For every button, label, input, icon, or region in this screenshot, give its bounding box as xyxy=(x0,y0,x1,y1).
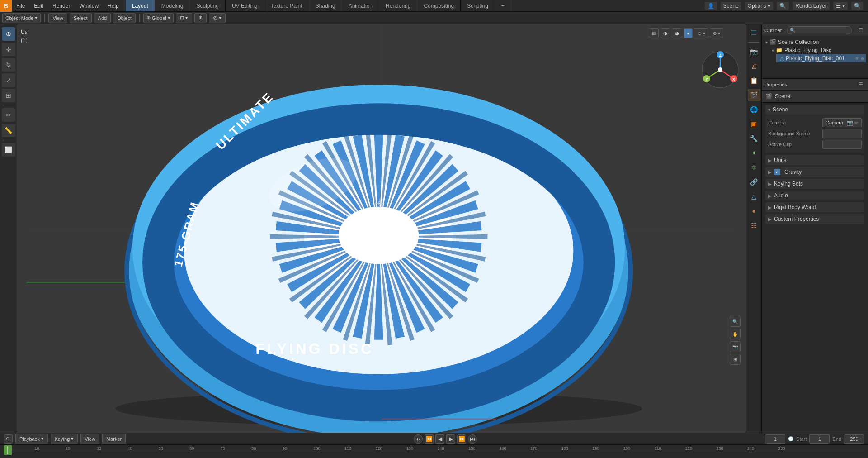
audio-section-header[interactable]: ▶ Audio xyxy=(765,191,864,200)
viewport-shading-material[interactable]: ◕ xyxy=(672,28,682,38)
tab-rendering[interactable]: Rendering xyxy=(379,0,417,11)
plastic-disc-mesh-item[interactable]: △ Plastic_Flying_Disc_001 👁 ⊕ xyxy=(776,54,866,62)
file-menu[interactable]: File xyxy=(12,0,29,11)
gravity-checkbox[interactable]: ✓ xyxy=(774,169,780,175)
output-prop-icon[interactable]: 🖨 xyxy=(748,60,760,72)
world-prop-icon[interactable]: 🌐 xyxy=(748,103,760,116)
camera-value[interactable]: Camera 📷 ✏ xyxy=(822,118,862,127)
timeline-type-icon[interactable]: ⏱ xyxy=(4,434,13,444)
viewport-shading-solid[interactable]: ◑ xyxy=(660,28,670,38)
navigation-gizmo[interactable]: Z X Y xyxy=(700,49,741,90)
keying-menu[interactable]: Keying ▾ xyxy=(51,434,78,444)
visibility-icon[interactable]: 👁 xyxy=(855,56,859,61)
add-menu[interactable]: Add xyxy=(94,13,111,23)
tab-uv-editing[interactable]: UV Editing xyxy=(226,0,264,11)
jump-start-btn[interactable]: ⏮ xyxy=(414,434,423,444)
hand-icon[interactable]: ✋ xyxy=(730,329,741,339)
play-btn[interactable]: ▶ xyxy=(446,434,455,444)
timeline-track[interactable]: 1 10 20 30 40 50 60 70 80 90 100 110 120… xyxy=(0,445,868,458)
scene-selector[interactable]: Scene xyxy=(721,2,741,10)
tab-shading[interactable]: Shading xyxy=(309,0,342,11)
outliner-filter-btn[interactable]: ☰ xyxy=(856,26,865,35)
add-cube-tool[interactable]: ⬜ xyxy=(2,143,15,157)
mode-selector[interactable]: Object Mode ▾ xyxy=(2,13,41,23)
object-menu[interactable]: Object xyxy=(113,13,136,23)
select-icon[interactable]: ⊕ xyxy=(861,56,864,61)
window-menu[interactable]: Window xyxy=(75,0,103,11)
viewport-shading-render[interactable]: ● xyxy=(684,28,693,38)
units-section-header[interactable]: ▶ Units xyxy=(765,155,864,165)
tab-layout[interactable]: Layout xyxy=(126,0,155,11)
search-button[interactable]: 🔍 xyxy=(777,2,789,10)
render-menu[interactable]: Render xyxy=(48,0,75,11)
material-prop-icon[interactable]: ● xyxy=(748,205,760,217)
scene-prop-icon[interactable]: 🎬 xyxy=(748,89,760,101)
measure-tool[interactable]: 📏 xyxy=(2,124,15,137)
view-menu-timeline[interactable]: View xyxy=(80,434,99,444)
tab-scripting[interactable]: Scripting xyxy=(461,0,495,11)
scene-section-header[interactable]: ▾ Scene xyxy=(765,105,864,114)
help-menu[interactable]: Help xyxy=(103,0,123,11)
particles-prop-icon[interactable]: ✦ xyxy=(748,147,760,159)
edit-menu[interactable]: Edit xyxy=(29,0,48,11)
viewport-overlays[interactable]: ☺ ▾ xyxy=(694,28,708,38)
constraint-prop-icon[interactable]: 🔗 xyxy=(748,176,760,188)
annotate-tool[interactable]: ✏ xyxy=(2,108,15,122)
properties-options-btn[interactable]: ☰ xyxy=(856,80,865,89)
object-prop-icon[interactable]: ▣ xyxy=(748,118,760,130)
plastic-disc-collection-item[interactable]: ▾ 📁 Plastic_Flying_Disc xyxy=(770,46,866,54)
render-layer-selector[interactable]: RenderLayer xyxy=(793,2,829,10)
custom-props-header[interactable]: ▶ Custom Properties xyxy=(765,214,864,224)
tab-sculpting[interactable]: Sculpting xyxy=(190,0,226,11)
jump-end-btn[interactable]: ⏭ xyxy=(468,434,477,444)
options-button[interactable]: Options ▾ xyxy=(745,2,774,10)
physics-prop-icon[interactable]: ⚛ xyxy=(748,161,760,174)
grid-icon[interactable]: ⊞ xyxy=(730,354,741,365)
select-menu[interactable]: Select xyxy=(70,13,92,23)
scale-tool[interactable]: ⤢ xyxy=(2,73,15,87)
prev-keyframe-btn[interactable]: ⏪ xyxy=(425,434,434,444)
outliner-icon[interactable]: ☰ xyxy=(748,27,760,39)
end-frame-input[interactable]: 250 xyxy=(844,434,864,444)
transform-pivot[interactable]: ⊡ ▾ xyxy=(176,13,192,23)
texture-prop-icon[interactable]: ☷ xyxy=(748,219,760,232)
current-frame-input[interactable]: 1 xyxy=(765,434,785,444)
proportional-edit[interactable]: ◎ ▾ xyxy=(209,13,226,23)
editor-type-btn[interactable]: ⊞ xyxy=(649,28,659,38)
move-tool[interactable]: ✛ xyxy=(2,43,15,56)
view-layer-prop-icon[interactable]: 📋 xyxy=(748,74,760,87)
blender-logo[interactable]: B xyxy=(0,0,12,12)
timeline-playhead[interactable] xyxy=(4,445,12,455)
active-clip-value[interactable] xyxy=(822,140,862,149)
tab-compositing[interactable]: Compositing xyxy=(417,0,461,11)
next-keyframe-btn[interactable]: ⏩ xyxy=(457,434,466,444)
search-icon-right[interactable]: 🔍 xyxy=(851,2,863,10)
scene-collection-item[interactable]: ▾ 🎬 Scene Collection xyxy=(764,38,866,46)
cursor-tool[interactable]: ⊕ xyxy=(2,27,15,41)
viewport[interactable]: User Perspective (1) Scene Collection | … xyxy=(17,24,746,433)
object-data-prop-icon[interactable]: △ xyxy=(748,190,760,203)
tab-animation[interactable]: Animation xyxy=(342,0,379,11)
viewport-gizmos[interactable]: ⊕ ▾ xyxy=(710,28,723,38)
modifier-prop-icon[interactable]: 🔧 xyxy=(748,132,760,145)
tab-add[interactable]: + xyxy=(495,0,511,11)
filter-button[interactable]: ☰ ▾ xyxy=(833,2,848,10)
rotate-tool[interactable]: ↻ xyxy=(2,58,15,72)
play-reverse-btn[interactable]: ◀ xyxy=(435,434,444,444)
transform-selector[interactable]: ⊕ Global ▾ xyxy=(143,13,174,23)
outliner-search[interactable]: 🔍 xyxy=(787,26,852,34)
keying-sets-section-header[interactable]: ▶ Keying Sets xyxy=(765,179,864,189)
marker-menu[interactable]: Marker xyxy=(102,434,126,444)
camera-icon[interactable]: 📷 xyxy=(730,341,741,352)
zoom-icon[interactable]: 🔍 xyxy=(730,316,741,327)
tab-texture-paint[interactable]: Texture Paint xyxy=(264,0,309,11)
rigid-body-world-header[interactable]: ▶ Rigid Body World xyxy=(765,202,864,212)
snap-toggle[interactable]: ⊕ xyxy=(194,13,207,23)
start-frame-input[interactable]: 1 xyxy=(809,434,830,444)
bg-scene-value[interactable] xyxy=(822,129,862,138)
gravity-section-header[interactable]: ▶ ✓ Gravity xyxy=(765,167,864,177)
render-prop-icon[interactable]: 📷 xyxy=(748,45,760,58)
tab-modeling[interactable]: Modeling xyxy=(155,0,190,11)
playback-menu[interactable]: Playback ▾ xyxy=(15,434,48,444)
view-menu[interactable]: View xyxy=(48,13,67,23)
